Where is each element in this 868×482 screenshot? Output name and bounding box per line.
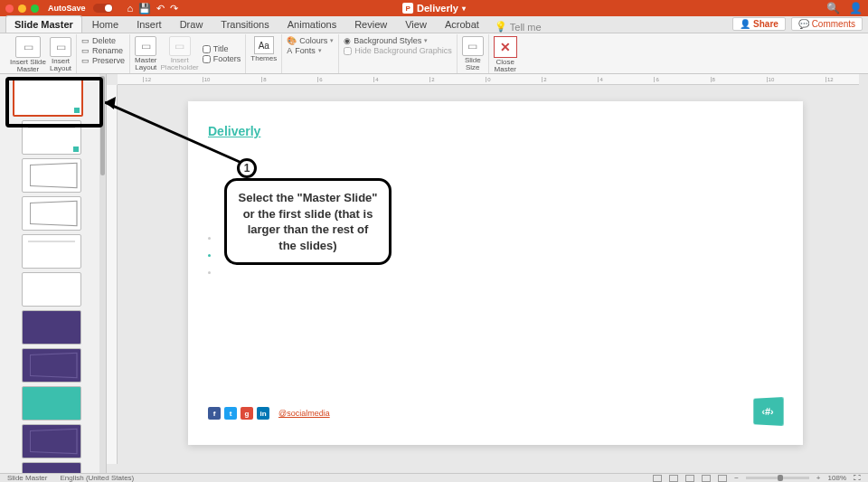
autosave-toggle[interactable] xyxy=(93,4,113,13)
status-language: English (United States) xyxy=(60,474,134,482)
search-icon[interactable]: 🔍 xyxy=(826,2,840,14)
insert-layout-button[interactable]: Insert Layout xyxy=(50,58,71,72)
tab-transitions[interactable]: Transitions xyxy=(212,16,277,33)
tab-draw[interactable]: Draw xyxy=(172,16,212,33)
layout-thumb[interactable] xyxy=(22,348,81,383)
layout-thumb[interactable] xyxy=(22,196,81,231)
preserve-button[interactable]: ▭ Preserve xyxy=(81,56,125,65)
dropdown-icon[interactable]: ▾ xyxy=(462,5,466,13)
layout-thumb[interactable] xyxy=(22,424,81,458)
twitter-icon: t xyxy=(224,407,237,420)
slide-body-placeholder[interactable] xyxy=(208,237,211,274)
zoom-level[interactable]: 108% xyxy=(828,474,846,482)
fonts-dropdown[interactable]: A Fonts xyxy=(287,46,322,55)
slide-footer: f t g in @socialmedia xyxy=(208,407,330,420)
save-icon[interactable]: 💾 xyxy=(138,3,151,14)
tab-acrobat[interactable]: Acrobat xyxy=(437,16,487,33)
insert-slide-master-icon[interactable]: ▭ xyxy=(15,36,41,58)
slide-title-placeholder[interactable]: Deliverly xyxy=(208,124,260,138)
status-bar: Slide Master English (United States) − +… xyxy=(0,473,868,482)
close-window-icon[interactable] xyxy=(5,5,14,13)
undo-icon[interactable]: ↶ xyxy=(156,3,165,14)
insert-layout-icon[interactable]: ▭ xyxy=(50,37,71,57)
ribbon: ▭ Insert Slide Master ▭ Insert Layout ▭ … xyxy=(0,33,868,74)
minimize-window-icon[interactable] xyxy=(18,5,26,13)
account-icon[interactable]: 👤 xyxy=(849,2,863,14)
master-layout-icon[interactable]: ▭ xyxy=(135,36,156,56)
normal-view-icon[interactable] xyxy=(669,475,678,482)
layout-thumb[interactable] xyxy=(22,272,81,307)
delete-button[interactable]: ▭ Delete xyxy=(81,36,116,45)
share-button[interactable]: 👤 Share xyxy=(732,17,786,31)
document-title: P Deliverly ▾ xyxy=(402,3,466,14)
redo-icon[interactable]: ↷ xyxy=(170,3,178,14)
comments-button[interactable]: 💬 Comments xyxy=(791,17,863,31)
thumbnails-scrollbar[interactable] xyxy=(99,74,106,473)
colours-dropdown[interactable]: 🎨 Colours xyxy=(287,36,334,45)
facebook-icon: f xyxy=(208,407,221,420)
linkedin-icon: in xyxy=(257,407,269,420)
zoom-in-button[interactable]: + xyxy=(816,474,821,482)
slideshow-view-icon[interactable] xyxy=(718,475,727,482)
hide-bg-checkbox[interactable]: Hide Background Graphics xyxy=(344,46,452,55)
annotation-number: 1 xyxy=(237,158,257,178)
zoom-slider[interactable] xyxy=(746,477,809,479)
vertical-ruler xyxy=(107,85,118,464)
sorter-view-icon[interactable] xyxy=(685,475,694,482)
close-master-button[interactable]: ✕ xyxy=(494,36,517,58)
layout-thumb[interactable] xyxy=(22,158,81,193)
horizontal-ruler: 12108642024681012 xyxy=(118,74,859,85)
master-slide-canvas[interactable]: Deliverly f t g in @socialmedia ‹#› xyxy=(188,101,803,445)
insert-placeholder-icon[interactable]: ▭ xyxy=(169,36,191,56)
fit-to-window-icon[interactable]: ⛶ xyxy=(854,474,861,482)
slide-size-icon[interactable]: ▭ xyxy=(462,36,484,56)
tab-home[interactable]: Home xyxy=(84,16,127,33)
status-mode: Slide Master xyxy=(7,474,47,482)
layout-thumb[interactable] xyxy=(22,120,81,155)
social-handle: @socialmedia xyxy=(278,409,330,418)
slide-canvas-area: 12108642024681012 Deliverly f t g in @so… xyxy=(107,74,868,473)
slide-number-placeholder: ‹#› xyxy=(753,397,783,426)
title-checkbox[interactable]: Title xyxy=(203,44,229,53)
annotation-text: Select the "Master Slide" or the first s… xyxy=(224,178,392,265)
notes-view-icon[interactable] xyxy=(653,475,662,482)
tab-review[interactable]: Review xyxy=(346,16,395,33)
zoom-out-button[interactable]: − xyxy=(734,474,739,482)
tab-slide-master[interactable]: Slide Master xyxy=(5,15,82,33)
tab-animations[interactable]: Animations xyxy=(279,16,344,33)
ribbon-tabs: Slide Master Home Insert Draw Transition… xyxy=(0,16,868,33)
window-controls xyxy=(5,5,39,13)
tab-view[interactable]: View xyxy=(397,16,435,33)
tell-me[interactable]: 💡 Tell me xyxy=(495,21,542,33)
title-bar: AutoSave ⌂ 💾 ↶ ↷ P Deliverly ▾ 🔍 👤 xyxy=(0,0,868,16)
tab-insert[interactable]: Insert xyxy=(128,16,170,33)
layout-thumb[interactable] xyxy=(22,386,81,421)
google-icon: g xyxy=(241,407,253,420)
powerpoint-icon: P xyxy=(402,3,413,14)
layout-thumb[interactable] xyxy=(22,462,81,473)
bg-styles-dropdown[interactable]: ◉ Background Styles xyxy=(344,36,428,45)
themes-icon[interactable]: Aa xyxy=(254,36,274,54)
home-icon[interactable]: ⌂ xyxy=(127,3,134,14)
maximize-window-icon[interactable] xyxy=(31,5,39,13)
slide-thumbnails-panel[interactable]: 1 xyxy=(0,74,107,473)
layout-thumb[interactable] xyxy=(22,234,81,269)
reading-view-icon[interactable] xyxy=(702,475,711,482)
autosave-label: AutoSave xyxy=(48,4,86,13)
layout-thumb[interactable] xyxy=(22,310,81,345)
footers-checkbox[interactable]: Footers xyxy=(203,54,241,63)
master-slide-thumb[interactable] xyxy=(13,78,83,117)
rename-button[interactable]: ▭ Rename xyxy=(81,46,123,55)
insert-slide-master-button[interactable]: Insert Slide Master xyxy=(10,59,46,73)
workspace: 1 12108642024681012 Deliverly f t g in xyxy=(0,74,868,473)
